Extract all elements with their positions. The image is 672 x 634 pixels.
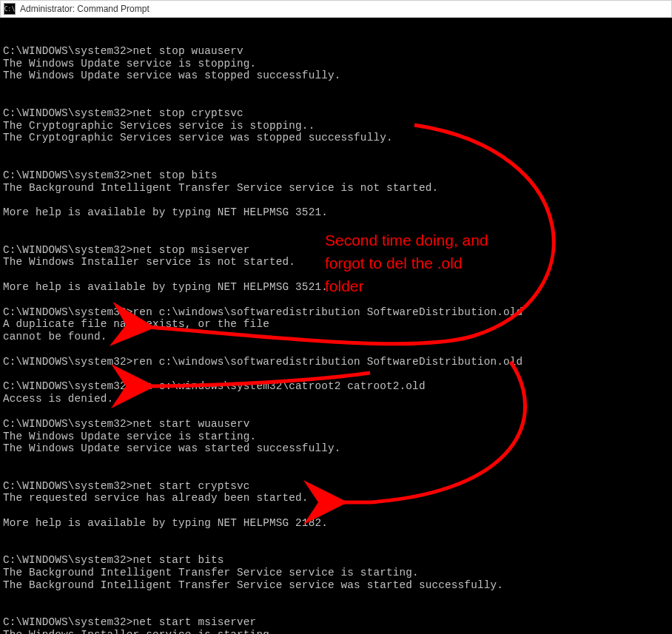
terminal-line: [3, 405, 672, 418]
terminal-line: [3, 530, 672, 542]
terminal-line: C:\WINDOWS\system32>net stop wuauserv: [3, 45, 672, 58]
terminal-line: The Cryptographic Services service was s…: [3, 132, 672, 144]
terminal-line: [3, 33, 672, 45]
terminal-line: The Windows Installer service is not sta…: [3, 256, 672, 269]
terminal-line: [3, 294, 672, 306]
terminal-line: The Windows Update service is starting.: [3, 431, 672, 443]
terminal-line: The Cryptographic Services service is st…: [3, 120, 672, 132]
terminal-line: C:\WINDOWS\system32>ren c:\windows\softw…: [3, 356, 672, 368]
window-title: Administrator: Command Prompt: [20, 4, 149, 14]
terminal-line: C:\WINDOWS\system32>net stop bits: [3, 169, 672, 182]
terminal-line: A duplicate file name exists, or the fil…: [3, 318, 672, 331]
terminal-line: [3, 232, 672, 244]
terminal-line: The Windows Update service was started s…: [3, 442, 672, 455]
terminal-line: More help is available by typing NET HEL…: [3, 206, 672, 219]
terminal-line: More help is available by typing NET HEL…: [3, 281, 672, 294]
terminal-line: [3, 219, 672, 232]
terminal-line: C:\WINDOWS\system32>net stop msiserver: [3, 244, 672, 257]
terminal-line: C:\WINDOWS\system32>ren c:\windows\syste…: [3, 380, 672, 393]
terminal-line: [3, 542, 672, 555]
terminal-line: [3, 343, 672, 356]
terminal-line: C:\WINDOWS\system32>net start wuauserv: [3, 418, 672, 431]
terminal-line: Access is denied.: [3, 393, 672, 405]
terminal-line: [3, 95, 672, 107]
terminal-line: [3, 604, 672, 617]
terminal-line: The requested service has already been s…: [3, 492, 672, 505]
terminal-line: [3, 194, 672, 206]
terminal-line: [3, 157, 672, 169]
terminal-line: [3, 144, 672, 157]
terminal-line: [3, 82, 672, 95]
terminal-line: The Background Intelligent Transfer Serv…: [3, 579, 672, 592]
terminal-line: The Background Intelligent Transfer Serv…: [3, 567, 672, 579]
terminal-output[interactable]: C:\WINDOWS\system32>net stop wuauservThe…: [0, 18, 672, 634]
terminal-line: C:\WINDOWS\system32>net start bits: [3, 554, 672, 567]
terminal-line: C:\WINDOWS\system32>net start cryptsvc: [3, 480, 672, 493]
terminal-line: [3, 505, 672, 517]
terminal-line: [3, 592, 672, 604]
terminal-line: The Windows Update service is stopping.: [3, 58, 672, 70]
window-titlebar[interactable]: C:\ Administrator: Command Prompt: [0, 0, 672, 18]
terminal-line: [3, 368, 672, 381]
terminal-line: [3, 455, 672, 468]
terminal-line: [3, 468, 672, 480]
cmd-icon: C:\: [4, 3, 16, 15]
terminal-line: C:\WINDOWS\system32>ren c:\windows\softw…: [3, 306, 672, 319]
terminal-line: cannot be found.: [3, 331, 672, 343]
terminal-line: The Windows Installer service is startin…: [3, 629, 672, 634]
terminal-line: More help is available by typing NET HEL…: [3, 517, 672, 530]
terminal-line: C:\WINDOWS\system32>net stop cryptsvc: [3, 107, 672, 120]
terminal-line: [3, 269, 672, 281]
terminal-line: The Windows Update service was stopped s…: [3, 70, 672, 82]
terminal-line: The Background Intelligent Transfer Serv…: [3, 182, 672, 195]
terminal-line: C:\WINDOWS\system32>net start msiserver: [3, 616, 672, 629]
